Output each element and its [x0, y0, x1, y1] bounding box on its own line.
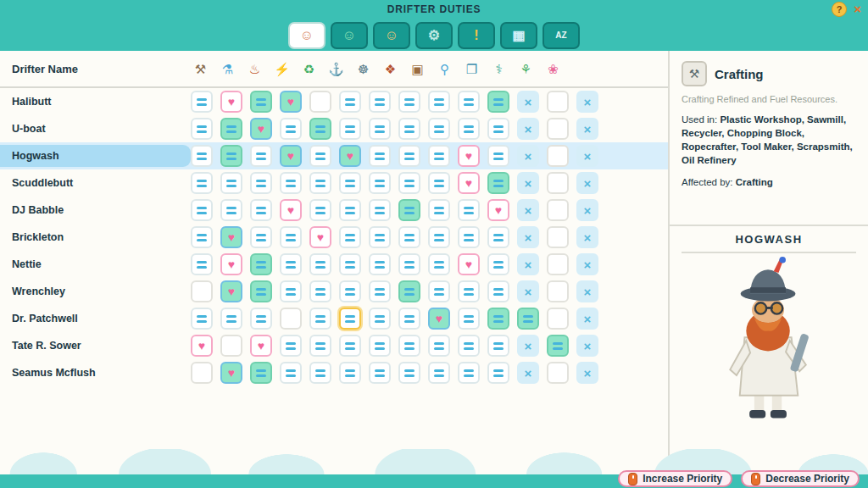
farming-sprout-icon[interactable]: ⚘	[516, 59, 536, 79]
duty-cell-dash[interactable]	[339, 335, 361, 357]
duty-cell-heart[interactable]: ♥	[250, 335, 272, 357]
duty-cell-dash[interactable]	[458, 91, 480, 113]
duty-cell-dash[interactable]	[309, 253, 331, 275]
duty-cell-dash[interactable]	[339, 280, 361, 302]
duty-cell-x[interactable]: ×	[517, 145, 539, 167]
duty-cell-dash[interactable]	[398, 118, 420, 140]
duty-cell-dash[interactable]	[191, 118, 213, 140]
duty-cell-dash[interactable]	[487, 362, 509, 384]
duty-cell-dashTeal[interactable]	[220, 145, 242, 167]
duty-cell-dash[interactable]	[339, 362, 361, 384]
duty-cell-dash[interactable]	[458, 362, 480, 384]
duty-cell-dash[interactable]	[250, 145, 272, 167]
duty-cell-empty[interactable]	[547, 118, 569, 140]
duty-cell-x[interactable]: ×	[576, 280, 598, 302]
duty-cell-dash[interactable]	[398, 172, 420, 194]
duty-cell-dash[interactable]	[191, 253, 213, 275]
duty-cell-empty[interactable]	[191, 362, 213, 384]
duty-cell-dashTeal[interactable]	[547, 335, 569, 357]
duty-cell-dash[interactable]	[398, 145, 420, 167]
duty-cell-x[interactable]: ×	[576, 335, 598, 357]
duty-cell-dash[interactable]	[369, 280, 391, 302]
duty-cell-empty[interactable]	[547, 226, 569, 248]
duty-cell-x[interactable]: ×	[576, 118, 598, 140]
duty-cell-dash[interactable]	[398, 91, 420, 113]
duty-cell-dashTeal[interactable]	[250, 280, 272, 302]
duty-cell-dash[interactable]	[280, 253, 302, 275]
help-button[interactable]: ?	[832, 2, 847, 17]
tab-baby-drifters[interactable]: ☺	[373, 22, 410, 49]
duty-cell-dash[interactable]	[191, 172, 213, 194]
tab-drifter-overview[interactable]: ☺	[331, 22, 368, 49]
duty-cell-x[interactable]: ×	[517, 335, 539, 357]
drifter-name[interactable]: Hogwash	[0, 145, 191, 167]
drifter-name[interactable]: Seamus Mcflush	[0, 367, 191, 379]
duty-cell-dashTeal[interactable]	[309, 118, 331, 140]
drifter-name[interactable]: Dr. Patchwell	[0, 313, 191, 324]
duty-cell-heart[interactable]: ♥	[487, 199, 509, 221]
duty-cell-dash[interactable]	[458, 118, 480, 140]
duty-cell-dash[interactable]	[339, 253, 361, 275]
duty-cell-dash[interactable]	[280, 362, 302, 384]
duty-cell-dash[interactable]	[428, 172, 450, 194]
duty-cell-heart[interactable]: ♥	[458, 172, 480, 194]
duty-cell-dash[interactable]	[309, 199, 331, 221]
duty-cell-empty[interactable]	[547, 308, 569, 330]
duty-cell-dash[interactable]	[487, 253, 509, 275]
duty-cell-heart[interactable]: ♥	[191, 335, 213, 357]
duty-cell-dash[interactable]	[280, 172, 302, 194]
duty-cell-x[interactable]: ×	[517, 91, 539, 113]
duty-cell-x[interactable]: ×	[576, 91, 598, 113]
crafting-hammer-icon[interactable]: ⚒	[191, 59, 210, 79]
duty-cell-dash[interactable]	[487, 226, 509, 248]
decrease-priority-button[interactable]: Decrease Priority	[741, 470, 860, 487]
duty-cell-x[interactable]: ×	[517, 199, 539, 221]
duty-cell-dash[interactable]	[398, 335, 420, 357]
duty-cell-dash[interactable]	[339, 91, 361, 113]
duty-cell-empty[interactable]	[547, 362, 569, 384]
duty-cell-dash[interactable]	[428, 253, 450, 275]
duty-cell-dash[interactable]	[487, 145, 509, 167]
duty-cell-heart[interactable]: ♥	[280, 199, 302, 221]
duty-cell-x[interactable]: ×	[576, 253, 598, 275]
duty-cell-dash[interactable]	[191, 308, 213, 330]
duty-cell-dash[interactable]	[428, 145, 450, 167]
duty-cell-heart[interactable]: ♥	[309, 226, 331, 248]
duty-cell-dash[interactable]	[487, 280, 509, 302]
drifter-name[interactable]: Tate R. Sower	[0, 340, 191, 352]
duty-cell-empty[interactable]	[547, 253, 569, 275]
duty-cell-dashTeal[interactable]	[517, 308, 539, 330]
cleaning-bottle-icon[interactable]: ⚗	[218, 59, 237, 79]
duty-cell-dash[interactable]	[191, 199, 213, 221]
duty-cell-dash[interactable]	[339, 199, 361, 221]
duty-cell-heartTeal[interactable]: ♥	[280, 91, 302, 113]
duty-cell-dash[interactable]	[309, 145, 331, 167]
energy-lightning-icon[interactable]: ⚡	[272, 59, 292, 79]
duty-cell-heart[interactable]: ♥	[220, 91, 242, 113]
duty-cell-dash[interactable]	[280, 335, 302, 357]
duty-cell-dashActive[interactable]	[339, 308, 361, 330]
duty-cell-empty[interactable]	[547, 91, 569, 113]
tab-alerts[interactable]: !	[458, 22, 495, 49]
duty-cell-dash[interactable]	[458, 280, 480, 302]
duty-cell-x[interactable]: ×	[576, 199, 598, 221]
research-magnifier-icon[interactable]: ⚲	[435, 59, 454, 79]
duty-cell-heartTeal[interactable]: ♥	[220, 280, 242, 302]
duty-cell-dash[interactable]	[369, 145, 391, 167]
duty-cell-heart[interactable]: ♥	[220, 253, 242, 275]
duty-cell-x[interactable]: ×	[576, 226, 598, 248]
cooking-pot-icon[interactable]: ♨	[245, 59, 264, 79]
duty-cell-dash[interactable]	[191, 145, 213, 167]
duty-cell-dash[interactable]	[428, 335, 450, 357]
duty-cell-dash[interactable]	[250, 172, 272, 194]
duty-cell-dash[interactable]	[280, 118, 302, 140]
duty-cell-dash[interactable]	[398, 362, 420, 384]
drifter-name[interactable]: Halibutt	[0, 96, 191, 108]
duty-cell-x[interactable]: ×	[576, 308, 598, 330]
meat-food-icon[interactable]: ❖	[381, 59, 400, 79]
duty-cell-dash[interactable]	[458, 199, 480, 221]
flower-icon[interactable]: ❀	[543, 59, 563, 79]
duty-cell-dash[interactable]	[369, 226, 391, 248]
duty-cell-dashTeal[interactable]	[250, 253, 272, 275]
duty-cell-heartTeal[interactable]: ♥	[339, 145, 361, 167]
